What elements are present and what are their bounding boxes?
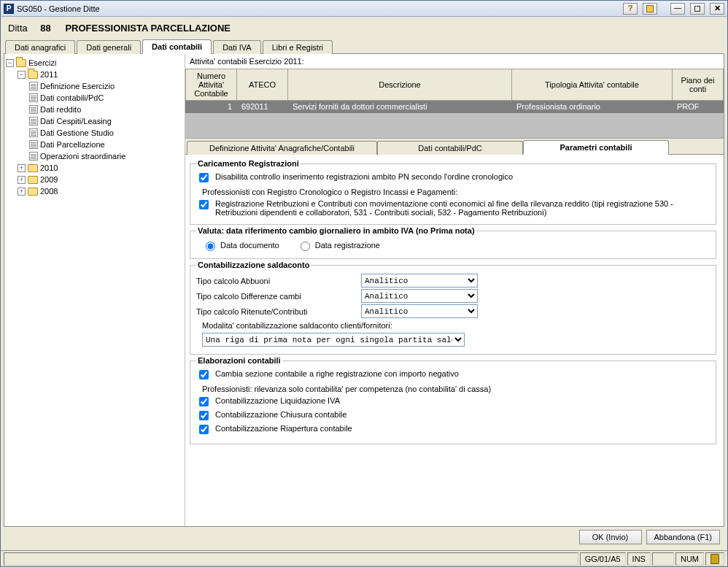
radio-data-documento[interactable] xyxy=(206,242,215,251)
tree-root[interactable]: − Esercizi xyxy=(6,57,183,69)
header-label: Ditta xyxy=(8,23,28,34)
col-tipologia[interactable]: Tipologia Attivita' contabile xyxy=(512,69,673,101)
window-title: SG050 - Gestione Ditte xyxy=(17,4,100,13)
label-disabilita-controllo: Disabilita controllo inserimento registr… xyxy=(215,172,513,181)
label-riapertura: Contabilizzazione Riapertura contabile xyxy=(215,424,352,433)
radio-data-documento-wrap[interactable]: Data documento xyxy=(202,239,279,251)
subtab-dati-contabili-pdc[interactable]: Dati contabili/PdC xyxy=(377,141,523,155)
attivita-grid[interactable]: Numero Attivita' Contabile ATECO Descriz… xyxy=(185,69,724,139)
expand-icon[interactable]: + xyxy=(18,176,26,184)
col-numero[interactable]: Numero Attivita' Contabile xyxy=(186,69,237,101)
checkbox-disabilita-controllo[interactable] xyxy=(199,173,209,182)
collapse-icon[interactable]: − xyxy=(6,59,14,67)
select-abbuoni[interactable]: Analitico xyxy=(361,274,478,288)
document-icon xyxy=(29,82,38,90)
ok-button[interactable]: OK (Invio) xyxy=(579,530,642,544)
label-ritenute: Tipo calcolo Ritenute/Contributi xyxy=(196,307,357,316)
abbandona-button[interactable]: Abbandona (F1) xyxy=(646,530,721,544)
tree-year-2011[interactable]: − 2011 xyxy=(18,69,183,80)
document-icon xyxy=(29,140,38,149)
select-differenze[interactable]: Analitico xyxy=(361,289,478,303)
cell-piano: PROF xyxy=(673,101,724,113)
esercizi-tree[interactable]: − Esercizi − 2011 xyxy=(4,54,185,526)
help-button[interactable]: ? xyxy=(623,3,638,15)
status-num: NUM xyxy=(675,552,704,566)
label-cambia-sezione: Cambia sezione contabile a righe registr… xyxy=(215,369,459,378)
subtab-parametri-contabili[interactable]: Parametri contabili xyxy=(523,140,669,155)
close-icon: ✕ xyxy=(714,4,721,12)
tab-dati-iva[interactable]: Dati IVA xyxy=(213,40,261,54)
pin-button[interactable] xyxy=(643,3,657,15)
collapse-icon[interactable]: − xyxy=(18,71,26,79)
label-differenze: Tipo calcolo Differenze cambi xyxy=(196,292,357,301)
checkbox-chiusura[interactable] xyxy=(199,411,209,420)
radio-data-registrazione-wrap[interactable]: Data registrazione xyxy=(297,239,380,251)
checkbox-riapertura[interactable] xyxy=(199,425,209,434)
maximize-button[interactable] xyxy=(690,3,705,15)
status-trash[interactable] xyxy=(705,552,724,566)
folder-icon xyxy=(28,188,38,196)
cell-tipologia: Professionista ordinario xyxy=(512,101,673,113)
close-button[interactable]: ✕ xyxy=(710,3,724,15)
tree-item-reddito[interactable]: Dati reddito xyxy=(29,104,183,115)
tree-item-def-esercizio[interactable]: Definizione Esercizio xyxy=(29,80,183,92)
document-icon xyxy=(29,152,38,161)
parametri-form: Caricamento Registrazioni Disabilita con… xyxy=(185,155,724,526)
tab-libri-registri[interactable]: Libri e Registri xyxy=(263,40,333,54)
folder-icon xyxy=(16,59,26,67)
col-descrizione[interactable]: Descrizione xyxy=(288,69,512,101)
document-icon xyxy=(29,105,38,114)
page-header: Ditta 88 PROFESSIONISTA PARCELLAZIONE xyxy=(4,20,724,36)
tree-item-straordinarie[interactable]: Operazioni straordinarie xyxy=(29,150,183,162)
legend-saldaconto: Contabilizzazione saldaconto xyxy=(196,261,311,269)
folder-icon xyxy=(28,71,38,79)
expand-icon[interactable]: + xyxy=(18,164,26,172)
folder-icon xyxy=(28,176,38,184)
grid-header-row: Numero Attivita' Contabile ATECO Descriz… xyxy=(186,69,724,101)
tab-dati-generali[interactable]: Dati generali xyxy=(77,40,141,54)
label-data-documento: Data documento xyxy=(220,241,279,250)
radio-data-registrazione[interactable] xyxy=(301,242,310,251)
subtab-definizione[interactable]: Definizione Attivita' Anagrafiche/Contab… xyxy=(187,141,377,155)
tree-item-studio[interactable]: Dati Gestione Studio xyxy=(29,127,183,139)
label-data-registrazione: Data registrazione xyxy=(315,241,380,250)
title-bar: P SG050 - Gestione Ditte ? ✕ xyxy=(1,1,727,17)
folder-icon xyxy=(28,164,38,172)
tree-item-contabili-pdc[interactable]: Dati contabili/PdC xyxy=(29,92,183,104)
cell-ateco: 692011 xyxy=(237,101,288,113)
tree-year-2010[interactable]: +2010 xyxy=(18,162,183,174)
checkbox-cambia-sezione[interactable] xyxy=(199,370,209,379)
app-icon: P xyxy=(4,4,14,14)
label-abbuoni: Tipo calcolo Abbuoni xyxy=(196,277,357,285)
col-piano[interactable]: Piano dei conti xyxy=(673,69,724,101)
status-bar: GG/01/A5 INS NUM xyxy=(1,550,727,566)
label-prof-registro-intro: Professionisti con Registro Cronologico … xyxy=(202,188,710,196)
document-icon xyxy=(29,93,38,102)
sub-tabstrip: Definizione Attivita' Anagrafiche/Contab… xyxy=(185,139,724,155)
table-row[interactable]: 1 692011 Servizi forniti da dottori comm… xyxy=(186,101,724,113)
label-chiusura: Contabilizzazione Chiusura contabile xyxy=(215,410,346,419)
group-saldaconto: Contabilizzazione saldaconto Tipo calcol… xyxy=(190,261,716,355)
minimize-icon xyxy=(674,8,681,9)
tree-item-cespiti[interactable]: Dati Cespiti/Leasing xyxy=(29,115,183,127)
tab-dati-contabili[interactable]: Dati contabili xyxy=(142,39,212,54)
maximize-icon xyxy=(694,6,700,12)
select-ritenute[interactable]: Analitico xyxy=(361,304,478,318)
tree-item-parcellazione[interactable]: Dati Parcellazione xyxy=(29,139,183,150)
select-modalita[interactable]: Una riga di prima nota per ogni singola … xyxy=(202,333,465,347)
header-name: PROFESSIONISTA PARCELLAZIONE xyxy=(65,23,231,34)
expand-icon[interactable]: + xyxy=(18,188,26,196)
tree-year-2008[interactable]: +2008 xyxy=(18,185,183,197)
tab-dati-anagrafici[interactable]: Dati anagrafici xyxy=(5,40,75,54)
group-elaborazioni: Elaborazioni contabili Cambia sezione co… xyxy=(190,356,716,444)
checkbox-liquidazione-iva[interactable] xyxy=(199,397,209,406)
checkbox-retribuzioni[interactable] xyxy=(199,200,209,209)
label-retribuzioni: Registrazione Retribuzioni e Contributi … xyxy=(215,199,697,217)
label-liquidazione-iva: Contabilizzazione Liquidazione IVA xyxy=(215,396,340,405)
tree-year-2009[interactable]: +2009 xyxy=(18,174,183,185)
cell-numero: 1 xyxy=(186,101,237,113)
minimize-button[interactable] xyxy=(670,3,685,15)
col-ateco[interactable]: ATECO xyxy=(237,69,288,101)
status-date: GG/01/A5 xyxy=(580,552,626,566)
status-message xyxy=(4,552,578,566)
